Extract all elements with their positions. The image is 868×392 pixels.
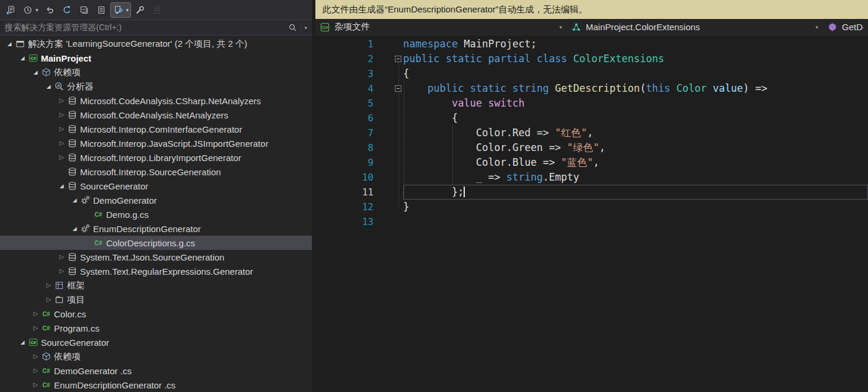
- code-line-1[interactable]: 1namespace MainProject;: [315, 37, 868, 52]
- tree-item-sourcegenerator[interactable]: ◢SourceGenerator: [0, 179, 312, 193]
- tree-item-colordescriptions.g.cs[interactable]: C#ColorDescriptions.g.cs: [0, 236, 312, 250]
- tree-item-microsoft.interop.javascript.jsimportgenerator[interactable]: ▷Microsoft.Interop.JavaScript.JSImportGe…: [0, 136, 312, 150]
- fold-collapse-button[interactable]: [395, 56, 401, 62]
- code-line-13[interactable]: 13: [315, 214, 868, 229]
- code-line-6[interactable]: 6 {: [315, 111, 868, 126]
- tree-item-color.cs[interactable]: ▷C#Color.cs: [0, 307, 312, 321]
- code-line-2[interactable]: 2public static partial class ColorExtens…: [315, 52, 868, 66]
- filter-pending-changes-button[interactable]: ▾: [20, 3, 40, 17]
- fold-collapse-button[interactable]: [395, 85, 401, 92]
- tree-expanded-arrow-icon[interactable]: ◢: [70, 193, 79, 207]
- tree-item-microsoft.interop.cominterfacegenerator[interactable]: ▷Microsoft.Interop.ComInterfaceGenerator: [0, 122, 312, 136]
- tree-item-microsoft.interop.libraryimportgenerator[interactable]: ▷Microsoft.Interop.LibraryImportGenerato…: [0, 150, 312, 165]
- search-options-chevron-icon[interactable]: ▾: [301, 25, 307, 31]
- code-editor[interactable]: 1namespace MainProject;2public static pa…: [315, 36, 868, 392]
- code-text: public static string GetDescription(this…: [403, 81, 868, 96]
- chevron-down-icon[interactable]: ▾: [559, 24, 562, 30]
- solution-explorer-search-box[interactable]: 搜索解决方案资源管理器(Ctrl+;) ▾: [0, 20, 312, 36]
- tree-collapsed-arrow-icon[interactable]: ▷: [31, 378, 40, 392]
- tree-expanded-arrow-icon[interactable]: ◢: [5, 37, 14, 51]
- tree-item-sourcegenerator[interactable]: ◢C#SourceGenerator: [0, 335, 312, 349]
- tree-expanded-arrow-icon[interactable]: ◢: [18, 335, 27, 349]
- tree-item-enumdescriptiongenerator[interactable]: ◢EnumDescriptionGenerator: [0, 221, 312, 236]
- tree-item-system.text.json.sourcegeneration[interactable]: ▷System.Text.Json.SourceGeneration: [0, 250, 312, 264]
- navigate-back-button[interactable]: [42, 3, 58, 17]
- fold-margin: [377, 52, 403, 66]
- tree-collapsed-arrow-icon[interactable]: ▷: [31, 349, 40, 364]
- breadcrumb-member-selector[interactable]: GetDes: [823, 19, 868, 35]
- code-line-11[interactable]: 11 };: [315, 185, 868, 200]
- tree-collapsed-arrow-icon[interactable]: ▷: [44, 278, 53, 293]
- line-number[interactable]: 11: [315, 185, 377, 200]
- tree-collapsed-arrow-icon[interactable]: ▷: [44, 293, 53, 307]
- line-number[interactable]: 2: [315, 52, 377, 66]
- refresh-button[interactable]: [59, 3, 75, 17]
- dropdown-chevron-icon[interactable]: ▾: [36, 7, 39, 13]
- line-number[interactable]: 10: [315, 170, 377, 185]
- tree-collapsed-arrow-icon[interactable]: ▷: [57, 264, 66, 278]
- tree-collapsed-arrow-icon[interactable]: ▷: [57, 122, 66, 136]
- tree-collapsed-arrow-icon[interactable]: ▷: [57, 108, 66, 122]
- line-number[interactable]: 7: [315, 126, 377, 140]
- tree-collapsed-arrow-icon[interactable]: ▷: [57, 94, 66, 108]
- search-icon[interactable]: [288, 23, 297, 32]
- tree-item-mainproject[interactable]: ◢C#MainProject: [0, 51, 312, 65]
- tree-item-enumdescriptiongenerator-.cs[interactable]: ▷C#EnumDescriptionGenerator .cs: [0, 378, 312, 392]
- breadcrumb-document-scope[interactable]: C#杂项文件▾: [315, 19, 567, 35]
- breadcrumb-type-selector[interactable]: MainProject.ColorExtensions▾: [567, 19, 823, 35]
- tree-expanded-arrow-icon[interactable]: ◢: [18, 51, 27, 65]
- tree-item-row-19[interactable]: ▷项目: [0, 293, 312, 307]
- line-number[interactable]: 13: [315, 214, 377, 229]
- line-number[interactable]: 6: [315, 111, 377, 126]
- tree-item-label: 依赖项: [54, 67, 81, 78]
- collapse-all-button[interactable]: [76, 3, 92, 17]
- tree-expanded-arrow-icon[interactable]: ◢: [70, 221, 79, 236]
- tree-item-microsoft.interop.sourcegeneration[interactable]: Microsoft.Interop.SourceGeneration: [0, 165, 312, 179]
- tree-item-learningsourcegenerator-2-2[interactable]: ◢解决方案 'LearningSourceGenerator' (2 个项目, …: [0, 37, 312, 51]
- line-number[interactable]: 4: [315, 81, 377, 96]
- tree-collapsed-arrow-icon[interactable]: ▷: [57, 150, 66, 165]
- tree-collapsed-arrow-icon[interactable]: ▷: [57, 136, 66, 150]
- tree-collapsed-arrow-icon[interactable]: ▷: [31, 307, 40, 321]
- tree-expanded-arrow-icon[interactable]: ◢: [57, 179, 66, 193]
- tree-item-row-4[interactable]: ◢分析器: [0, 79, 312, 94]
- tree-item-demogenerator[interactable]: ◢DemoGenerator: [0, 193, 312, 207]
- properties-button[interactable]: [132, 3, 148, 17]
- line-number[interactable]: 9: [315, 155, 377, 170]
- code-line-12[interactable]: 12}: [315, 200, 868, 214]
- tree-item-microsoft.codeanalysis.csharp.netanalyzers[interactable]: ▷Microsoft.CodeAnalysis.CSharp.NetAnalyz…: [0, 94, 312, 108]
- tree-expanded-arrow-icon[interactable]: ◢: [44, 79, 53, 94]
- code-line-9[interactable]: 9 Color.Blue => "蓝色",: [315, 155, 868, 170]
- code-line-5[interactable]: 5 value switch: [315, 96, 868, 111]
- tree-item-microsoft.codeanalysis.netanalyzers[interactable]: ▷Microsoft.CodeAnalysis.NetAnalyzers: [0, 108, 312, 122]
- code-line-3[interactable]: 3{: [315, 66, 868, 81]
- tree-item-row-23[interactable]: ▷依赖项: [0, 349, 312, 364]
- code-line-7[interactable]: 7 Color.Red => "红色",: [315, 126, 868, 140]
- code-line-10[interactable]: 10 _ => string.Empty: [315, 170, 868, 185]
- properties-pages-button[interactable]: [94, 3, 109, 17]
- switch-views-button[interactable]: [3, 3, 18, 17]
- tree-item-row-3[interactable]: ◢依赖项: [0, 65, 312, 79]
- tree-collapsed-arrow-icon[interactable]: ▷: [31, 364, 40, 378]
- tree-item-demogenerator-.cs[interactable]: ▷C#DemoGenerator .cs: [0, 364, 312, 378]
- code-line-4[interactable]: 4 public static string GetDescription(th…: [315, 81, 868, 96]
- code-line-8[interactable]: 8 Color.Green => "绿色",: [315, 140, 868, 155]
- tree-item-label: 项目: [67, 294, 85, 306]
- tree-collapsed-arrow-icon[interactable]: ▷: [31, 321, 40, 335]
- chevron-down-icon[interactable]: ▾: [815, 24, 818, 30]
- dropdown-chevron-icon[interactable]: ▾: [126, 7, 129, 13]
- tree-item-demo.g.cs[interactable]: C#Demo.g.cs: [0, 207, 312, 221]
- tree-item-row-18[interactable]: ▷框架: [0, 278, 312, 293]
- line-number[interactable]: 5: [315, 96, 377, 111]
- tree-item-program.cs[interactable]: ▷C#Program.cs: [0, 321, 312, 335]
- show-all-files-button[interactable]: [149, 3, 165, 17]
- line-number[interactable]: 12: [315, 200, 377, 214]
- search-input[interactable]: 搜索解决方案资源管理器(Ctrl+;): [5, 23, 122, 33]
- sync-with-active-document-button[interactable]: ▾: [111, 3, 131, 17]
- tree-collapsed-arrow-icon[interactable]: ▷: [57, 250, 66, 264]
- line-number[interactable]: 3: [315, 66, 377, 81]
- line-number[interactable]: 1: [315, 37, 377, 52]
- tree-item-system.text.regularexpressions.generator[interactable]: ▷System.Text.RegularExpressions.Generato…: [0, 264, 312, 278]
- line-number[interactable]: 8: [315, 140, 377, 155]
- tree-expanded-arrow-icon[interactable]: ◢: [31, 65, 40, 79]
